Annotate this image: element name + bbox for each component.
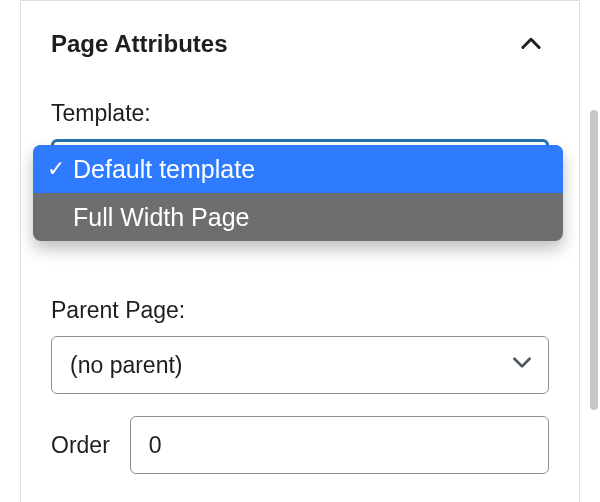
order-label: Order	[51, 432, 110, 459]
template-option-default[interactable]: ✓ Default template	[33, 145, 563, 193]
template-option-label: Full Width Page	[73, 203, 547, 232]
panel-body: Template: ✓ Default template Full Width …	[21, 74, 579, 502]
parent-select-value: (no parent)	[70, 352, 183, 379]
panel-title: Page Attributes	[51, 30, 227, 58]
parent-label: Parent Page:	[51, 297, 549, 324]
template-option-label: Default template	[73, 155, 547, 184]
parent-select-wrap: (no parent)	[51, 336, 549, 394]
chevron-up-icon[interactable]	[513, 26, 549, 62]
check-icon: ✓	[47, 156, 73, 182]
page-attributes-panel: Page Attributes Template: ✓ Default temp…	[20, 2, 580, 502]
parent-select[interactable]: (no parent)	[51, 336, 549, 394]
template-option-fullwidth[interactable]: Full Width Page	[33, 193, 563, 241]
template-label: Template:	[51, 100, 549, 127]
template-dropdown: ✓ Default template Full Width Page	[33, 145, 563, 241]
order-input[interactable]	[130, 416, 549, 474]
order-row: Order	[51, 416, 549, 474]
scrollbar-thumb[interactable]	[590, 110, 598, 410]
chevron-down-icon	[509, 349, 535, 381]
panel-header[interactable]: Page Attributes	[21, 2, 579, 74]
template-select-wrap: ✓ Default template Full Width Page	[51, 139, 549, 197]
